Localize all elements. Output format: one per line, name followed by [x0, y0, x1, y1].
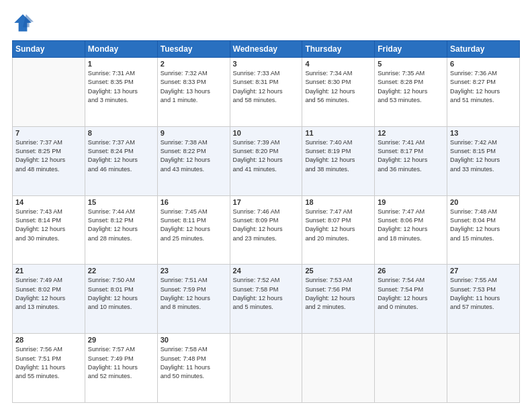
- day-number: 16: [161, 198, 227, 206]
- day-info: Sunrise: 7:50 AM Sunset: 8:01 PM Dayligh…: [88, 276, 154, 312]
- day-number: 26: [378, 267, 444, 275]
- day-number: 20: [450, 198, 517, 206]
- calendar-cell: 6Sunrise: 7:36 AM Sunset: 8:27 PM Daylig…: [447, 58, 520, 127]
- calendar-cell: 18Sunrise: 7:47 AM Sunset: 8:07 PM Dayli…: [302, 195, 375, 265]
- calendar-cell: 10Sunrise: 7:39 AM Sunset: 8:20 PM Dayli…: [230, 126, 302, 195]
- weekday-header-wednesday: Wednesday: [230, 41, 302, 58]
- day-number: 21: [15, 267, 82, 275]
- calendar-cell: 11Sunrise: 7:40 AM Sunset: 8:19 PM Dayli…: [302, 126, 375, 195]
- calendar-cell: 9Sunrise: 7:38 AM Sunset: 8:22 PM Daylig…: [157, 126, 230, 195]
- day-info: Sunrise: 7:31 AM Sunset: 8:35 PM Dayligh…: [88, 69, 154, 105]
- week-row-4: 21Sunrise: 7:49 AM Sunset: 8:02 PM Dayli…: [13, 265, 520, 334]
- day-number: 5: [378, 60, 444, 68]
- day-info: Sunrise: 7:55 AM Sunset: 7:53 PM Dayligh…: [450, 276, 517, 312]
- day-number: 2: [161, 60, 227, 68]
- day-info: Sunrise: 7:32 AM Sunset: 8:33 PM Dayligh…: [161, 69, 227, 105]
- day-info: Sunrise: 7:43 AM Sunset: 8:14 PM Dayligh…: [15, 208, 82, 243]
- calendar-cell: 23Sunrise: 7:51 AM Sunset: 7:59 PM Dayli…: [157, 265, 230, 334]
- day-info: Sunrise: 7:36 AM Sunset: 8:27 PM Dayligh…: [450, 69, 517, 105]
- calendar-cell: 24Sunrise: 7:52 AM Sunset: 7:58 PM Dayli…: [230, 265, 302, 334]
- day-number: 25: [305, 267, 371, 275]
- calendar-cell: 19Sunrise: 7:47 AM Sunset: 8:06 PM Dayli…: [375, 195, 447, 265]
- day-number: 8: [88, 129, 154, 137]
- calendar-cell: 29Sunrise: 7:57 AM Sunset: 7:49 PM Dayli…: [85, 334, 157, 403]
- weekday-header-tuesday: Tuesday: [157, 41, 230, 58]
- day-info: Sunrise: 7:47 AM Sunset: 8:07 PM Dayligh…: [305, 208, 371, 243]
- day-number: 11: [305, 129, 371, 137]
- day-info: Sunrise: 7:44 AM Sunset: 8:12 PM Dayligh…: [88, 208, 154, 243]
- day-number: 17: [233, 198, 300, 206]
- calendar-cell: 15Sunrise: 7:44 AM Sunset: 8:12 PM Dayli…: [85, 195, 157, 265]
- day-info: Sunrise: 7:49 AM Sunset: 8:02 PM Dayligh…: [15, 276, 82, 312]
- header: [12, 12, 520, 34]
- calendar-cell: 8Sunrise: 7:37 AM Sunset: 8:24 PM Daylig…: [85, 126, 157, 195]
- day-info: Sunrise: 7:46 AM Sunset: 8:09 PM Dayligh…: [233, 208, 300, 243]
- calendar-cell: [375, 334, 447, 403]
- weekday-header-sunday: Sunday: [13, 41, 85, 58]
- day-number: 30: [161, 336, 227, 344]
- calendar-cell: 14Sunrise: 7:43 AM Sunset: 8:14 PM Dayli…: [13, 195, 85, 265]
- calendar-cell: 22Sunrise: 7:50 AM Sunset: 8:01 PM Dayli…: [85, 265, 157, 334]
- day-number: 28: [15, 336, 82, 344]
- page: SundayMondayTuesdayWednesdayThursdayFrid…: [0, 0, 532, 411]
- day-number: 29: [88, 336, 154, 344]
- day-number: 10: [233, 129, 300, 137]
- calendar-cell: 16Sunrise: 7:45 AM Sunset: 8:11 PM Dayli…: [157, 195, 230, 265]
- day-number: 13: [450, 129, 517, 137]
- day-info: Sunrise: 7:56 AM Sunset: 7:51 PM Dayligh…: [15, 345, 82, 381]
- day-info: Sunrise: 7:39 AM Sunset: 8:20 PM Dayligh…: [233, 138, 300, 174]
- day-info: Sunrise: 7:54 AM Sunset: 7:54 PM Dayligh…: [378, 276, 444, 312]
- day-number: 1: [88, 60, 154, 68]
- day-info: Sunrise: 7:47 AM Sunset: 8:06 PM Dayligh…: [378, 208, 444, 243]
- logo: [12, 12, 38, 34]
- calendar-cell: 1Sunrise: 7:31 AM Sunset: 8:35 PM Daylig…: [85, 58, 157, 127]
- day-number: 15: [88, 198, 154, 206]
- calendar-cell: 7Sunrise: 7:37 AM Sunset: 8:25 PM Daylig…: [13, 126, 85, 195]
- day-info: Sunrise: 7:58 AM Sunset: 7:48 PM Dayligh…: [161, 345, 227, 381]
- day-info: Sunrise: 7:51 AM Sunset: 7:59 PM Dayligh…: [161, 276, 227, 312]
- calendar-cell: 4Sunrise: 7:34 AM Sunset: 8:30 PM Daylig…: [302, 58, 375, 127]
- calendar-cell: 21Sunrise: 7:49 AM Sunset: 8:02 PM Dayli…: [13, 265, 85, 334]
- day-number: 24: [233, 267, 300, 275]
- day-number: 7: [15, 129, 82, 137]
- day-info: Sunrise: 7:37 AM Sunset: 8:25 PM Dayligh…: [15, 138, 82, 174]
- calendar-cell: [13, 58, 85, 127]
- day-info: Sunrise: 7:34 AM Sunset: 8:30 PM Dayligh…: [305, 69, 371, 105]
- day-info: Sunrise: 7:48 AM Sunset: 8:04 PM Dayligh…: [450, 208, 517, 243]
- calendar-cell: 30Sunrise: 7:58 AM Sunset: 7:48 PM Dayli…: [157, 334, 230, 403]
- day-info: Sunrise: 7:33 AM Sunset: 8:31 PM Dayligh…: [233, 69, 300, 105]
- calendar-cell: 13Sunrise: 7:42 AM Sunset: 8:15 PM Dayli…: [447, 126, 520, 195]
- calendar-cell: 25Sunrise: 7:53 AM Sunset: 7:56 PM Dayli…: [302, 265, 375, 334]
- calendar-cell: [302, 334, 375, 403]
- week-row-5: 28Sunrise: 7:56 AM Sunset: 7:51 PM Dayli…: [13, 334, 520, 403]
- day-number: 4: [305, 60, 371, 68]
- day-info: Sunrise: 7:41 AM Sunset: 8:17 PM Dayligh…: [378, 138, 444, 174]
- day-number: 22: [88, 267, 154, 275]
- weekday-header-saturday: Saturday: [447, 41, 520, 58]
- week-row-1: 1Sunrise: 7:31 AM Sunset: 8:35 PM Daylig…: [13, 58, 520, 127]
- weekday-header-friday: Friday: [375, 41, 447, 58]
- calendar-cell: 20Sunrise: 7:48 AM Sunset: 8:04 PM Dayli…: [447, 195, 520, 265]
- day-number: 18: [305, 198, 371, 206]
- calendar-cell: 2Sunrise: 7:32 AM Sunset: 8:33 PM Daylig…: [157, 58, 230, 127]
- calendar-cell: 17Sunrise: 7:46 AM Sunset: 8:09 PM Dayli…: [230, 195, 302, 265]
- day-number: 19: [378, 198, 444, 206]
- calendar-cell: [230, 334, 302, 403]
- day-number: 14: [15, 198, 82, 206]
- day-info: Sunrise: 7:45 AM Sunset: 8:11 PM Dayligh…: [161, 208, 227, 243]
- day-info: Sunrise: 7:35 AM Sunset: 8:28 PM Dayligh…: [378, 69, 444, 105]
- calendar-table: SundayMondayTuesdayWednesdayThursdayFrid…: [12, 40, 520, 403]
- calendar-cell: 3Sunrise: 7:33 AM Sunset: 8:31 PM Daylig…: [230, 58, 302, 127]
- week-row-2: 7Sunrise: 7:37 AM Sunset: 8:25 PM Daylig…: [13, 126, 520, 195]
- day-number: 12: [378, 129, 444, 137]
- day-number: 6: [450, 60, 517, 68]
- day-info: Sunrise: 7:52 AM Sunset: 7:58 PM Dayligh…: [233, 276, 300, 312]
- day-info: Sunrise: 7:57 AM Sunset: 7:49 PM Dayligh…: [88, 345, 154, 381]
- day-info: Sunrise: 7:40 AM Sunset: 8:19 PM Dayligh…: [305, 138, 371, 174]
- day-info: Sunrise: 7:42 AM Sunset: 8:15 PM Dayligh…: [450, 138, 517, 174]
- day-number: 3: [233, 60, 300, 68]
- calendar-cell: 5Sunrise: 7:35 AM Sunset: 8:28 PM Daylig…: [375, 58, 447, 127]
- day-info: Sunrise: 7:53 AM Sunset: 7:56 PM Dayligh…: [305, 276, 371, 312]
- calendar-cell: 27Sunrise: 7:55 AM Sunset: 7:53 PM Dayli…: [447, 265, 520, 334]
- day-info: Sunrise: 7:38 AM Sunset: 8:22 PM Dayligh…: [161, 138, 227, 174]
